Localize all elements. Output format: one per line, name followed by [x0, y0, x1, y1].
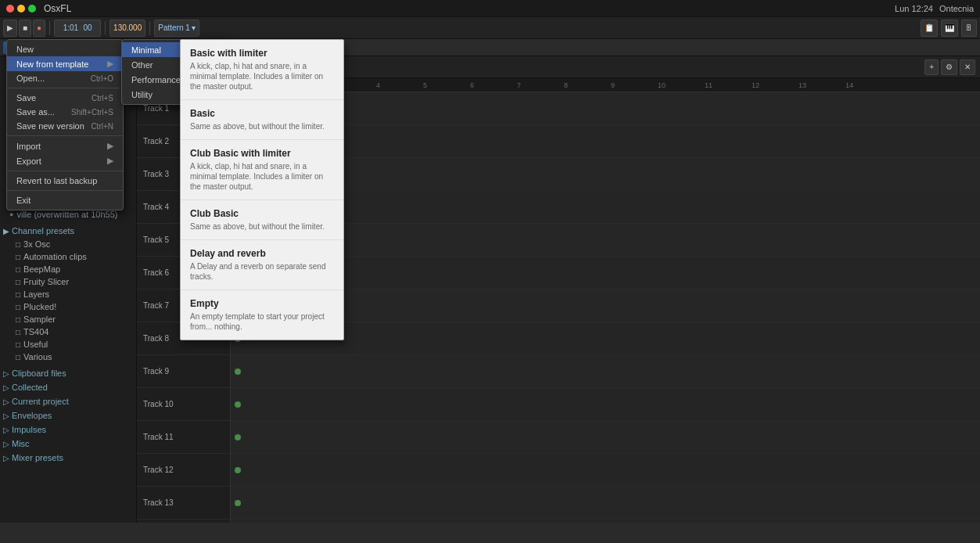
ruler-mark: 8 [562, 81, 609, 89]
time-display: Lun 12:24 [895, 4, 933, 13]
template-title: Empty [190, 298, 334, 309]
ruler-marks: 1 2 3 4 5 6 7 8 9 10 11 12 13 14 [234, 81, 977, 89]
sidebar-item-plucked[interactable]: □ Plucked! [0, 300, 136, 313]
sidebar-item-automation[interactable]: □ Automation clips [0, 250, 136, 263]
track-name-11[interactable]: Track 11 [137, 421, 230, 454]
menu-item-revert[interactable]: Revert to last backup [7, 174, 123, 188]
separator [7, 135, 123, 136]
app-title: OsxFL [44, 3, 71, 14]
shortcut-label: Ctrl+S [92, 94, 113, 102]
menu-item-save-as[interactable]: Save as... Shift+Ctrl+S [7, 105, 123, 119]
tempo-display[interactable]: 1:01 : 00 [54, 20, 101, 37]
file-icon: □ [16, 253, 20, 261]
track-row-13[interactable] [231, 487, 980, 520]
file-icon: □ [16, 265, 20, 274]
user-name: Ontecnia [939, 4, 974, 13]
sidebar-item-sampler[interactable]: □ Sampler [0, 313, 136, 325]
minimize-button[interactable] [17, 5, 25, 13]
playlist-settings-btn[interactable]: ⚙ [941, 59, 957, 75]
maximize-button[interactable] [28, 5, 36, 13]
close-button[interactable] [6, 5, 14, 13]
arrow-icon: ▶ [107, 156, 113, 166]
record-button[interactable]: ● [33, 20, 45, 37]
sidebar-item-various[interactable]: □ Various [0, 351, 136, 363]
template-entry-basic[interactable]: Basic Same as above, but without the lim… [181, 100, 343, 140]
template-entry-club-basic[interactable]: Club Basic Same as above, but without th… [181, 200, 343, 240]
sidebar-item-beepmap[interactable]: □ BeepMap [0, 263, 136, 275]
more-sections: ▷ Clipboard files ▷ Collected ▷ Current … [0, 365, 136, 466]
playlist-add-btn[interactable]: + [924, 59, 939, 75]
misc-header[interactable]: ▷ Misc [0, 437, 136, 451]
track-name-12[interactable]: Track 12 [137, 454, 230, 487]
folder-icon: ▷ [3, 397, 9, 406]
template-desc: Same as above, but without the limiter. [190, 121, 334, 131]
template-entry-club-basic-limiter[interactable]: Club Basic with limiter A kick, clap, hi… [181, 140, 343, 200]
menu-item-import[interactable]: Import ▶ [7, 138, 123, 153]
clipboard-files-header[interactable]: ▷ Clipboard files [0, 366, 136, 380]
arrow-icon: ▶ [107, 141, 113, 151]
ruler-mark: 7 [515, 81, 562, 89]
sidebar-item-3xosc[interactable]: □ 3x Osc [0, 238, 136, 250]
playlist-close-btn[interactable]: ✕ [960, 59, 975, 75]
separator [7, 171, 123, 171]
piano-roll-btn[interactable]: 🎹 [941, 20, 958, 37]
track-row-12[interactable] [231, 454, 980, 487]
channel-presets-section: ▶ Channel presets □ 3x Osc □ Automation … [0, 222, 136, 365]
folder-icon: ▷ [3, 440, 9, 448]
arrow-icon: ▶ [107, 59, 113, 69]
menu-item-exit[interactable]: Exit [7, 193, 123, 207]
folder-icon: ▷ [3, 383, 9, 392]
folder-icon: ▷ [3, 454, 9, 462]
pattern-selector[interactable]: Pattern 1 ▾ [154, 20, 199, 37]
envelopes-header[interactable]: ▷ Envelopes [0, 408, 136, 423]
playlist-btn[interactable]: 📋 [921, 20, 938, 37]
menu-item-save[interactable]: Save Ctrl+S [7, 91, 123, 105]
track-row-10[interactable] [231, 388, 980, 421]
sidebar-item-ts404[interactable]: □ TS404 [0, 325, 136, 338]
ruler-mark: 9 [609, 81, 656, 89]
folder-icon: ▷ [3, 412, 9, 420]
sidebar-item-fruityslicer[interactable]: □ Fruity Slicer [0, 275, 136, 288]
track-row-14[interactable] [231, 520, 980, 523]
template-entry-basic-with-limiter[interactable]: Basic with limiter A kick, clap, hi hat … [181, 40, 343, 100]
shortcut-label: Shift+Ctrl+S [71, 108, 113, 117]
folder-icon: ▶ [3, 227, 9, 236]
system-status: Lun 12:24 Ontecnia [895, 4, 974, 13]
template-entry-empty[interactable]: Empty An empty template to start your pr… [181, 290, 343, 340]
current-project-header[interactable]: ▷ Current project [0, 394, 136, 408]
menu-item-new[interactable]: New [7, 42, 123, 56]
track-row-11[interactable] [231, 421, 980, 454]
channel-presets-header[interactable]: ▶ Channel presets [0, 224, 136, 238]
collected-header[interactable]: ▷ Collected [0, 380, 136, 394]
tempo-bpm[interactable]: 130.000 [109, 20, 145, 37]
track-name-9[interactable]: Track 9 [137, 355, 230, 388]
shortcut-label: Ctrl+O [91, 74, 113, 83]
separator [7, 88, 123, 88]
folder-icon: ▷ [3, 426, 9, 434]
mixer-presets-header[interactable]: ▷ Mixer presets [0, 451, 136, 465]
template-desc: A Delay and a reverb on separate send tr… [190, 261, 334, 282]
ruler-mark: 6 [468, 81, 515, 89]
track-name-13[interactable]: Track 13 [137, 487, 230, 520]
track-row-9[interactable] [231, 355, 980, 388]
track-name-10[interactable]: Track 10 [137, 388, 230, 421]
template-title: Club Basic [190, 208, 334, 219]
menu-item-new-from-template[interactable]: New from template ▶ [7, 56, 123, 71]
menu-item-export[interactable]: Export ▶ [7, 153, 123, 168]
play-button[interactable]: ▶ [3, 20, 17, 37]
template-entry-delay-reverb[interactable]: Delay and reverb A Delay and a reverb on… [181, 240, 343, 290]
main-toolbar: ▶ ■ ● 1:01 : 00 130.000 Pattern 1 ▾ 📋 🎹 … [0, 17, 980, 39]
file-icon: □ [16, 328, 20, 336]
sidebar-item-useful[interactable]: □ Useful [0, 338, 136, 351]
ruler-mark: 4 [375, 81, 422, 89]
impulses-header[interactable]: ▷ Impulses [0, 423, 136, 437]
menu-item-save-new-version[interactable]: Save new version Ctrl+N [7, 119, 123, 133]
track-name-14[interactable]: Track 14 [137, 520, 230, 523]
sidebar-item-layers[interactable]: □ Layers [0, 288, 136, 300]
mixer-btn[interactable]: 🎚 [961, 20, 977, 37]
stop-button[interactable]: ■ [19, 20, 31, 37]
shortcut-label: Ctrl+N [91, 122, 113, 131]
ruler-mark: 14 [844, 81, 891, 89]
menu-item-open[interactable]: Open... Ctrl+O [7, 71, 123, 85]
traffic-lights[interactable] [6, 5, 36, 13]
